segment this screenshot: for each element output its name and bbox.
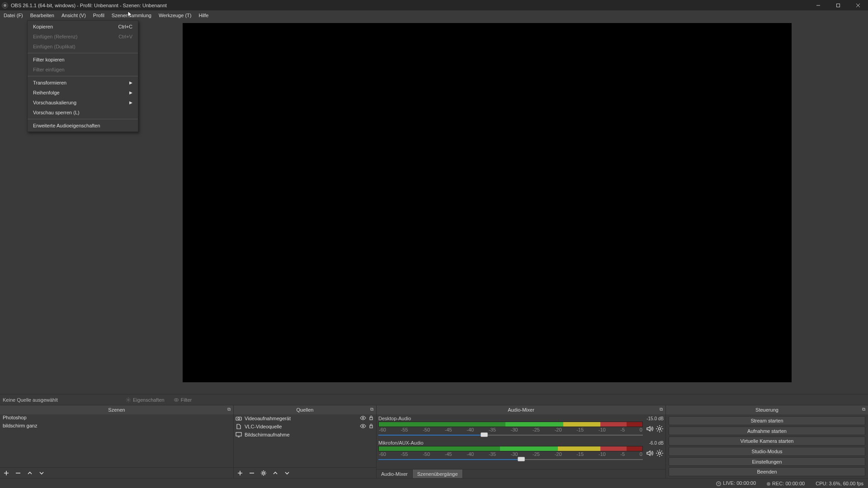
ctx-filter-paste-label: Filter einfügen bbox=[33, 67, 65, 72]
remove-scene-button[interactable] bbox=[14, 469, 23, 478]
channel-settings-button[interactable] bbox=[656, 449, 664, 458]
preview-canvas[interactable] bbox=[183, 23, 792, 382]
volume-slider[interactable] bbox=[378, 433, 643, 437]
exit-button[interactable]: Beenden bbox=[669, 467, 865, 476]
minimize-button[interactable] bbox=[808, 0, 828, 10]
ctx-transform-label: Transformieren bbox=[33, 80, 66, 85]
close-button[interactable] bbox=[848, 0, 868, 10]
volume-slider[interactable] bbox=[378, 458, 643, 461]
status-cpu: CPU: 3.6%, 60.00 fps bbox=[816, 481, 863, 486]
mixer-channel-desktop: Desktop-Audio -15.0 dB -60-55-50- bbox=[378, 415, 664, 437]
source-item[interactable]: Videoaufnahmegerät bbox=[234, 414, 376, 422]
controls-body: Stream starten Aufnahme starten Virtuell… bbox=[666, 414, 868, 478]
menu-datei[interactable]: Datei (F) bbox=[0, 10, 27, 20]
source-up-button[interactable] bbox=[271, 469, 280, 478]
source-down-button[interactable] bbox=[283, 469, 292, 478]
context-menu: Kopieren Ctrl+C Einfügen (Referenz) Ctrl… bbox=[27, 20, 138, 132]
meter-ticks: -60-55-50-45-40-35-30-25-20-15-10-50 bbox=[378, 427, 643, 432]
controls-title: Steuerung bbox=[755, 407, 778, 413]
popout-icon[interactable]: ⧉ bbox=[227, 407, 231, 412]
start-virtual-cam-button[interactable]: Virtuelle Kamera starten bbox=[669, 436, 865, 446]
svg-point-6 bbox=[362, 417, 363, 418]
svg-rect-7 bbox=[370, 418, 373, 420]
chevron-right-icon: ▶ bbox=[129, 90, 132, 95]
scene-up-button[interactable] bbox=[25, 469, 34, 478]
scene-item[interactable]: Photoshop bbox=[0, 414, 233, 422]
svg-point-5 bbox=[238, 418, 240, 420]
ctx-scale[interactable]: Vorschauskalierung ▶ bbox=[28, 98, 138, 108]
popout-icon[interactable]: ⧉ bbox=[660, 407, 663, 412]
scenes-header[interactable]: Szenen ⧉ bbox=[0, 405, 233, 414]
sources-header[interactable]: Quellen ⧉ bbox=[234, 405, 376, 414]
ctx-lock[interactable]: Vorschau sperren (L) bbox=[28, 108, 138, 117]
mixer-header[interactable]: Audio-Mixer ⧉ bbox=[377, 405, 665, 414]
add-source-button[interactable] bbox=[236, 469, 245, 478]
ctx-transform[interactable]: Transformieren ▶ bbox=[28, 78, 138, 88]
lock-toggle[interactable] bbox=[368, 423, 374, 430]
sources-dock: Quellen ⧉ Videoaufnahmegerät VLC-Videoqu… bbox=[233, 405, 376, 478]
source-label: Bildschirmaufnahme bbox=[245, 432, 290, 437]
channel-name: Desktop-Audio bbox=[378, 416, 411, 421]
menu-ansicht[interactable]: Ansicht (V) bbox=[58, 10, 90, 20]
controls-dock: Steuerung ⧉ Stream starten Aufnahme star… bbox=[665, 405, 868, 478]
ctx-adv-audio-label: Erweiterte Audioeigenschaften bbox=[33, 123, 100, 128]
channel-settings-button[interactable] bbox=[656, 425, 664, 434]
ctx-paste-ref-shortcut: Ctrl+V bbox=[118, 34, 132, 39]
lock-toggle[interactable] bbox=[368, 415, 374, 422]
scenes-list[interactable]: Photoshop bildschirm ganz bbox=[0, 414, 233, 467]
start-record-button[interactable]: Aufnahme starten bbox=[669, 427, 865, 436]
scene-item[interactable]: bildschirm ganz bbox=[0, 422, 233, 431]
start-stream-button[interactable]: Stream starten bbox=[669, 416, 865, 425]
ctx-adv-audio[interactable]: Erweiterte Audioeigenschaften bbox=[28, 121, 138, 131]
scenes-toolbar bbox=[0, 467, 233, 478]
scene-down-button[interactable] bbox=[37, 469, 46, 478]
source-item[interactable]: VLC-Videoquelle bbox=[234, 422, 376, 431]
svg-point-13 bbox=[658, 452, 660, 454]
channel-db: -15.0 dB bbox=[646, 416, 664, 421]
add-scene-button[interactable] bbox=[2, 469, 11, 478]
app-logo-icon bbox=[2, 2, 8, 9]
visibility-toggle[interactable] bbox=[360, 423, 366, 430]
ctx-filter-copy-label: Filter kopieren bbox=[33, 57, 65, 62]
ctx-paste-dup-label: Einfügen (Duplikat) bbox=[33, 44, 75, 49]
settings-button[interactable]: Einstellungen bbox=[669, 457, 865, 466]
menu-bearbeiten[interactable]: Bearbeiten bbox=[27, 10, 58, 20]
ctx-scale-label: Vorschauskalierung bbox=[33, 100, 76, 105]
sources-title: Quellen bbox=[297, 407, 314, 413]
sources-toolbar bbox=[234, 467, 376, 478]
ctx-lock-label: Vorschau sperren (L) bbox=[33, 110, 80, 115]
mixer-tabs: Audio-Mixer Szenenübergänge bbox=[377, 469, 665, 478]
tab-audio-mixer[interactable]: Audio-Mixer bbox=[377, 469, 413, 478]
properties-label: Eigenschaften bbox=[133, 397, 165, 403]
popout-icon[interactable]: ⧉ bbox=[370, 407, 373, 412]
visibility-toggle[interactable] bbox=[360, 415, 366, 422]
menu-werkzeuge[interactable]: Werkzeuge (T) bbox=[155, 10, 195, 20]
status-rec: REC: 00:00:00 bbox=[767, 481, 805, 486]
channel-name: Mikrofon/AUX-Audio bbox=[378, 440, 424, 446]
maximize-button[interactable] bbox=[828, 0, 848, 10]
mixer-title: Audio-Mixer bbox=[508, 407, 534, 413]
selection-text: Keine Quelle ausgewählt bbox=[3, 397, 120, 403]
menu-hilfe[interactable]: Hilfe bbox=[195, 10, 212, 20]
broadcast-icon bbox=[716, 481, 721, 486]
ctx-filter-copy[interactable]: Filter kopieren bbox=[28, 55, 138, 65]
popout-icon[interactable]: ⧉ bbox=[862, 407, 865, 412]
mute-button[interactable] bbox=[646, 449, 654, 458]
window-title: OBS 26.1.1 (64-bit, windows) - Profil: U… bbox=[11, 3, 167, 8]
sources-list[interactable]: Videoaufnahmegerät VLC-Videoquelle Bilds… bbox=[234, 414, 376, 467]
menu-szenensammlung[interactable]: Szenensammlung bbox=[108, 10, 155, 20]
mixer-dock: Audio-Mixer ⧉ Desktop-Audio -15.0 dB bbox=[376, 405, 665, 478]
remove-source-button[interactable] bbox=[247, 469, 256, 478]
ctx-order[interactable]: Reihenfolge ▶ bbox=[28, 88, 138, 98]
menu-profil[interactable]: Profil bbox=[90, 10, 108, 20]
controls-header[interactable]: Steuerung ⧉ bbox=[666, 405, 868, 414]
tab-transitions[interactable]: Szenenübergänge bbox=[413, 469, 463, 478]
ctx-copy[interactable]: Kopieren Ctrl+C bbox=[28, 22, 138, 32]
source-item[interactable]: Bildschirmaufnahme bbox=[234, 431, 376, 439]
studio-mode-button[interactable]: Studio-Modus bbox=[669, 447, 865, 456]
source-props-button[interactable] bbox=[259, 469, 268, 478]
status-bar: LIVE: 00:00:00 REC: 00:00:00 CPU: 3.6%, … bbox=[0, 478, 868, 488]
source-label: VLC-Videoquelle bbox=[245, 424, 282, 429]
filter-icon bbox=[174, 397, 179, 403]
mute-button[interactable] bbox=[646, 425, 654, 434]
